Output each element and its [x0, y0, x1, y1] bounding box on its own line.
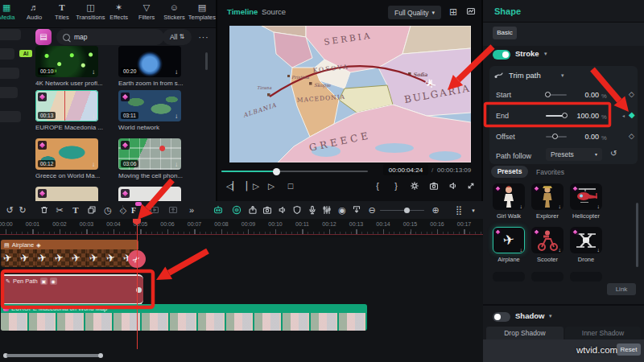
path-follow-dropdown[interactable]: Presets ▾: [546, 148, 602, 161]
zoom-out-icon[interactable]: ⊖: [365, 201, 378, 219]
audio-pulse-icon[interactable]: [230, 201, 243, 219]
slider-knob[interactable]: [545, 92, 551, 97]
play-button[interactable]: ▷: [264, 179, 279, 193]
media-thumbnail[interactable]: [35, 187, 98, 201]
more-options-button[interactable]: ···: [195, 29, 213, 45]
quality-dropdown[interactable]: Full Quality ▾: [388, 6, 441, 19]
stroke-toggle[interactable]: [493, 50, 510, 60]
keyframe-diamond-icon[interactable]: ◇: [629, 132, 634, 140]
text-tool-icon[interactable]: T: [69, 201, 82, 219]
media-tab-titles[interactable]: TTitles: [48, 3, 76, 21]
video-preview[interactable]: SERBIA KOSOVA Pristina Skopje MACEDONIA …: [229, 26, 471, 162]
prev-keyframe-icon[interactable]: ◂: [622, 113, 625, 118]
fullscreen-button[interactable]: [464, 179, 478, 193]
zoom-in-icon[interactable]: ⊕: [429, 201, 442, 219]
snapshot-icon[interactable]: [261, 201, 274, 219]
delete-icon[interactable]: [38, 201, 51, 219]
keyframe-diamond-icon[interactable]: ◆: [629, 110, 635, 119]
media-item[interactable]: [35, 187, 98, 201]
clip-airplane[interactable]: ▤ Airplane ◈ ✈✈✈✈✈✈✈✈: [1, 240, 138, 267]
keyframe-diamond-icon[interactable]: ◇: [629, 90, 634, 98]
preset-thumbnail[interactable]: ✈↓: [493, 227, 525, 253]
media-category-item[interactable]: [0, 29, 21, 40]
media-item[interactable]: 03:11↓World network: [118, 90, 181, 131]
mark-out-button[interactable]: }: [389, 179, 403, 193]
media-item[interactable]: 00:13↓EUROPE Macedonia ...: [35, 90, 98, 131]
preset-thumb-partial[interactable]: [531, 272, 564, 282]
end-slider[interactable]: [546, 115, 567, 117]
zoom-slider-knob[interactable]: [404, 208, 410, 213]
tab-timeline[interactable]: Timeline: [227, 7, 258, 16]
playhead[interactable]: [137, 219, 138, 349]
shadow-expand-icon[interactable]: ▾: [549, 313, 552, 319]
voiceover-icon[interactable]: [276, 201, 289, 219]
preset-item-airplane[interactable]: ✈↓Airplane: [493, 227, 528, 263]
split-icon[interactable]: ✂: [53, 201, 66, 219]
tab-favorites[interactable]: Favorites: [536, 168, 564, 176]
media-tab-effects[interactable]: ✶Effects: [105, 3, 133, 21]
media-item[interactable]: [118, 187, 181, 201]
clip-pen-path[interactable]: ✎ Pen Path ▣ ◉: [2, 274, 143, 305]
audio-mixer-icon[interactable]: [320, 201, 333, 219]
tab-presets[interactable]: Presets: [491, 166, 528, 178]
tab-basic[interactable]: Basic: [493, 27, 517, 39]
media-item[interactable]: 00:12↓Greece on World Ma...: [35, 138, 98, 179]
shadow-toggle[interactable]: [493, 312, 510, 322]
filter-button[interactable]: All ⇅: [163, 29, 192, 45]
progress-knob[interactable]: [273, 168, 280, 175]
multi-view-icon[interactable]: ⊞: [449, 6, 457, 18]
media-tab-audio[interactable]: ♬Audio: [20, 3, 47, 21]
preset-thumbnail[interactable]: ↓: [493, 183, 525, 210]
preset-item-explorer[interactable]: ↓Explorer: [531, 183, 567, 220]
undo-icon[interactable]: ↺: [3, 201, 16, 219]
more-icon[interactable]: »: [185, 201, 198, 219]
trim-path-expand-icon[interactable]: ▾: [561, 72, 564, 79]
marker-icon[interactable]: [350, 201, 363, 219]
media-thumbnail[interactable]: 03:06↓: [118, 138, 181, 170]
preset-thumbnail[interactable]: ↓: [531, 183, 564, 210]
preset-item-scooter[interactable]: ↓Scooter: [531, 227, 567, 263]
my-media-button[interactable]: ▤: [35, 29, 52, 45]
settings-button[interactable]: [407, 179, 422, 193]
link-button[interactable]: Link: [607, 283, 636, 295]
preset-thumbnail[interactable]: ↓: [570, 227, 602, 253]
param-value[interactable]: 100.00: [567, 112, 599, 120]
share-icon[interactable]: [246, 201, 259, 219]
media-thumbnail[interactable]: 00:20↓: [118, 46, 181, 77]
microphone-icon[interactable]: [306, 201, 319, 219]
caret-icon[interactable]: ▾: [467, 201, 480, 219]
tab-drop-shadow[interactable]: Drop Shadow: [486, 327, 564, 339]
media-tab-templates[interactable]: ▤Templates: [188, 3, 216, 21]
media-thumbnail[interactable]: 00:12↓: [35, 138, 98, 170]
media-tab-media[interactable]: ▦Media: [0, 3, 20, 21]
preset-thumb-partial[interactable]: [493, 272, 525, 282]
preset-thumbnail[interactable]: ↓: [570, 183, 602, 210]
media-tab-stickers[interactable]: ☺Stickers: [160, 3, 188, 21]
screen-record-icon[interactable]: ◉: [336, 201, 349, 219]
media-item[interactable]: 00:10↓4K Network user profi...: [35, 46, 98, 87]
scope-icon[interactable]: [466, 6, 476, 16]
duplicate-icon[interactable]: [85, 201, 98, 219]
reset-button[interactable]: Reset: [617, 343, 641, 356]
tab-source[interactable]: Source: [262, 7, 286, 16]
media-scrollbar[interactable]: [205, 52, 208, 70]
slider-knob[interactable]: [552, 134, 558, 139]
mark-in-button[interactable]: {: [370, 179, 385, 193]
preset-item-girl-walk[interactable]: ↓Girl Walk: [493, 183, 528, 220]
stop-button[interactable]: □: [283, 179, 298, 193]
ai-assistant-icon[interactable]: [212, 201, 225, 219]
inspector-scrollbar[interactable]: [636, 203, 638, 267]
media-category-item[interactable]: [0, 87, 18, 98]
preset-thumb-partial[interactable]: [570, 272, 602, 282]
search-input[interactable]: map: [56, 29, 164, 45]
clip-map-video[interactable]: EUROPE Macedonia on World Map: [1, 304, 367, 331]
param-value[interactable]: 0.00: [567, 91, 599, 99]
volume-button[interactable]: [446, 179, 460, 193]
redo-icon[interactable]: ↻: [16, 201, 29, 219]
render-preview-icon[interactable]: [148, 201, 161, 219]
media-thumbnail[interactable]: 03:11↓: [118, 90, 181, 121]
snapshot-button[interactable]: [427, 179, 441, 193]
media-thumbnail[interactable]: 00:10↓: [35, 46, 98, 77]
preset-item-helicopter[interactable]: ↓Helicopter: [570, 183, 605, 220]
shield-icon[interactable]: [291, 201, 303, 219]
